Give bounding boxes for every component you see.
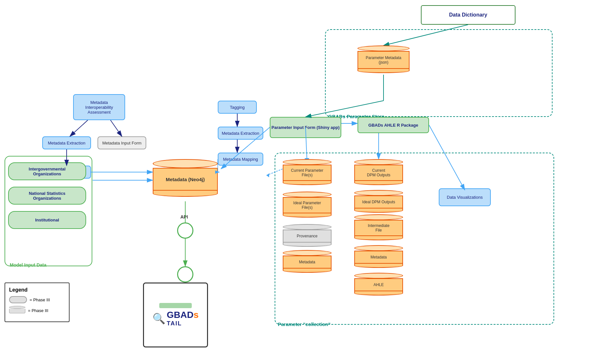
parameter-metadata-cylinder: Parameter Metadata (json) bbox=[358, 45, 410, 73]
svg-marker-24 bbox=[267, 173, 269, 177]
provenance-cylinder: Provenance bbox=[283, 224, 332, 247]
metadata-extraction-left-box: Metadata Extraction bbox=[42, 136, 91, 149]
svg-line-13 bbox=[111, 120, 122, 136]
parameter-input-form-box: Parameter Input Form (Shiny app) bbox=[270, 117, 341, 138]
national-stats-pill: National Statistics Organizations bbox=[8, 187, 86, 205]
gbads-ahle-box: GBADs AHLE R Package bbox=[358, 117, 429, 133]
metadata-interop-box: Metadata Interoperability Assessment bbox=[73, 94, 125, 120]
gbads-tail-box: 🔍 GBADs TAIL bbox=[143, 282, 208, 347]
api-circle bbox=[177, 222, 193, 239]
legend-item-db: = Phase III bbox=[9, 306, 65, 315]
metadata-extraction-right-box: Metadata Extraction bbox=[218, 127, 263, 140]
metadata-neo4j-cylinder: Metadata (Neo4j) bbox=[153, 159, 218, 197]
gbads-parameter-store-container bbox=[325, 29, 553, 117]
parameter-collection-label: Parameter "collection" bbox=[278, 321, 331, 327]
legend-title: Legend bbox=[9, 287, 65, 293]
current-dpm-cylinder: Current DPM Outputs bbox=[354, 159, 403, 185]
tagging-box: Tagging bbox=[218, 101, 257, 114]
legend-db-shape bbox=[9, 306, 25, 315]
legend-pill-shape bbox=[9, 296, 27, 303]
current-param-cylinder: Current Parameter File(s) bbox=[283, 159, 332, 185]
intergovernmental-pill: Intergovernmental Organizations bbox=[8, 162, 86, 180]
gbads-brand-text: GBADs bbox=[167, 310, 199, 320]
gbads-logo-bar bbox=[159, 303, 192, 308]
svg-line-12 bbox=[70, 120, 88, 136]
ideal-dpm-cylinder: Ideal DPM Outputs bbox=[354, 190, 403, 213]
legend-item-pill: = Phase III bbox=[9, 296, 65, 303]
api-circle-bottom bbox=[177, 266, 193, 282]
diagram: GBADs Parameter Store Parameter "collect… bbox=[0, 0, 612, 364]
metadata-input-form-box: Metadata Input Form bbox=[98, 136, 146, 149]
data-viz-box: Data Visualizations bbox=[439, 188, 491, 206]
ideal-param-cylinder: Ideal Parameter File(s) bbox=[283, 192, 332, 218]
metadata-collection-cylinder: Metadata bbox=[283, 250, 332, 273]
api-label: API bbox=[180, 214, 188, 220]
gbads-tail-text: TAIL bbox=[167, 320, 199, 327]
search-icon: 🔍 bbox=[152, 312, 165, 325]
institutional-pill: Institutional bbox=[8, 211, 86, 229]
data-dictionary-box: Data Dictionary bbox=[421, 5, 515, 25]
metadata-dpm-cylinder: Metadata bbox=[354, 245, 403, 268]
ahle-cylinder: AHLE bbox=[354, 273, 403, 295]
intermediate-cylinder: Intermediate File bbox=[354, 214, 403, 240]
metadata-mapping-right-box: Metadata Mapping bbox=[218, 153, 263, 166]
legend-box: Legend = Phase III = Phase III bbox=[5, 282, 70, 322]
model-input-label: Model Input Data bbox=[10, 262, 46, 268]
